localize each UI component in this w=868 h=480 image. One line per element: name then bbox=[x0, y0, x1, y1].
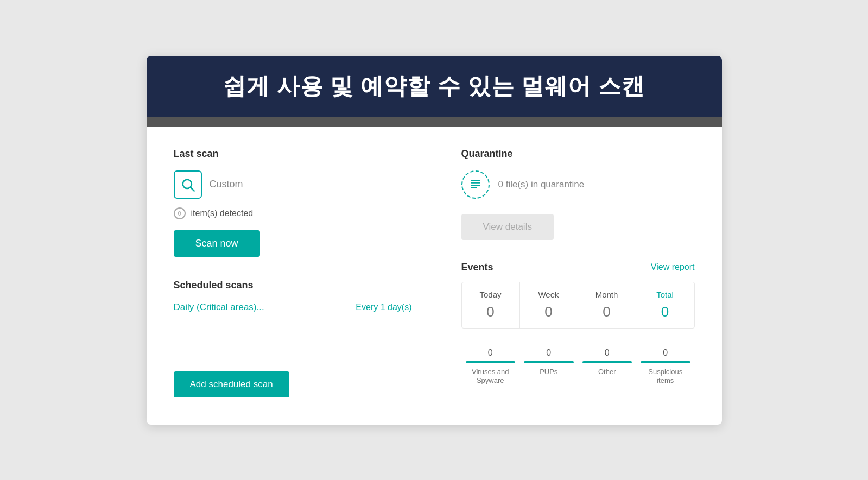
view-details-button: View details bbox=[461, 214, 554, 240]
quarantine-row: 0 file(s) in quarantine bbox=[461, 170, 695, 199]
header-title: 쉽게 사용 및 예약할 수 있는 멀웨어 스캔 bbox=[168, 71, 700, 102]
detected-row: 0 item(s) detected bbox=[174, 207, 412, 219]
detected-count-circle: 0 bbox=[174, 207, 186, 219]
threat-bar-other bbox=[582, 361, 632, 363]
threat-item-viruses: 0 Viruses andSpyware bbox=[461, 348, 520, 386]
events-cell-total: Total 0 bbox=[636, 282, 694, 328]
scheduled-scans-section: Scheduled scans Daily (Critical areas)..… bbox=[174, 280, 412, 397]
threat-count-other: 0 bbox=[582, 348, 632, 358]
scheduled-scans-title: Scheduled scans bbox=[174, 280, 412, 291]
search-icon bbox=[180, 177, 195, 192]
threat-count-viruses: 0 bbox=[466, 348, 516, 358]
threat-count-suspicious: 0 bbox=[641, 348, 690, 358]
threat-label-viruses: Viruses andSpyware bbox=[466, 368, 516, 386]
threat-item-other: 0 Other bbox=[578, 348, 637, 386]
events-cell-month: Month 0 bbox=[578, 282, 636, 328]
events-today-value: 0 bbox=[467, 304, 514, 320]
thin-strip bbox=[147, 117, 722, 127]
schedule-item: Daily (Critical areas)... Every 1 day(s) bbox=[174, 302, 412, 313]
main-card: 쉽게 사용 및 예약할 수 있는 멀웨어 스캔 Last scan Custom… bbox=[147, 56, 722, 425]
left-panel: Last scan Custom 0 item(s) detected Scan… bbox=[174, 148, 434, 397]
detected-label: item(s) detected bbox=[191, 209, 254, 218]
events-cell-week: Week 0 bbox=[520, 282, 578, 328]
schedule-name-link[interactable]: Daily (Critical areas)... bbox=[174, 302, 264, 313]
right-panel: Quarantine 0 file(s) in quarantine View … bbox=[434, 148, 695, 397]
quarantine-files-label: 0 file(s) in quarantine bbox=[498, 179, 585, 190]
events-today-header: Today bbox=[467, 290, 514, 299]
svg-rect-2 bbox=[471, 180, 480, 181]
events-week-value: 0 bbox=[525, 304, 572, 320]
last-scan-title: Last scan bbox=[174, 148, 412, 160]
quarantine-icon-box bbox=[461, 170, 490, 199]
events-grid: Today 0 Week 0 Month 0 Total 0 bbox=[461, 282, 695, 329]
threat-count-pups: 0 bbox=[524, 348, 574, 358]
view-report-link[interactable]: View report bbox=[651, 262, 695, 272]
threat-item-pups: 0 PUPs bbox=[519, 348, 578, 386]
svg-line-1 bbox=[191, 187, 194, 191]
events-title: Events bbox=[461, 262, 493, 273]
quarantine-title: Quarantine bbox=[461, 148, 695, 160]
events-total-value: 0 bbox=[642, 304, 689, 320]
events-month-header: Month bbox=[584, 290, 630, 299]
threat-label-other: Other bbox=[582, 368, 632, 377]
schedule-frequency: Every 1 day(s) bbox=[356, 302, 411, 312]
events-total-header: Total bbox=[642, 290, 689, 299]
events-cell-today: Today 0 bbox=[462, 282, 520, 328]
content-area: Last scan Custom 0 item(s) detected Scan… bbox=[147, 127, 722, 425]
threat-label-pups: PUPs bbox=[524, 368, 574, 377]
scan-type-row: Custom bbox=[174, 170, 412, 199]
events-header: Events View report bbox=[461, 262, 695, 273]
quarantine-icon bbox=[468, 178, 483, 192]
threat-label-suspicious: Suspiciousitems bbox=[641, 368, 690, 386]
svg-rect-5 bbox=[471, 187, 477, 188]
svg-rect-3 bbox=[471, 182, 480, 183]
threat-bar-pups bbox=[524, 361, 574, 363]
events-week-header: Week bbox=[525, 290, 572, 299]
add-scheduled-scan-button[interactable]: Add scheduled scan bbox=[174, 371, 289, 397]
detected-count: 0 bbox=[178, 210, 181, 217]
scan-type-icon-box bbox=[174, 170, 202, 199]
header-banner: 쉽게 사용 및 예약할 수 있는 멀웨어 스캔 bbox=[147, 56, 722, 117]
threat-grid: 0 Viruses andSpyware 0 PUPs 0 Other 0 bbox=[461, 348, 695, 386]
events-month-value: 0 bbox=[584, 304, 630, 320]
scan-type-label: Custom bbox=[210, 179, 243, 190]
threat-item-suspicious: 0 Suspiciousitems bbox=[636, 348, 695, 386]
threat-bar-suspicious bbox=[641, 361, 690, 363]
scan-now-button[interactable]: Scan now bbox=[174, 230, 260, 257]
threat-bar-viruses bbox=[466, 361, 516, 363]
svg-rect-4 bbox=[471, 185, 480, 186]
